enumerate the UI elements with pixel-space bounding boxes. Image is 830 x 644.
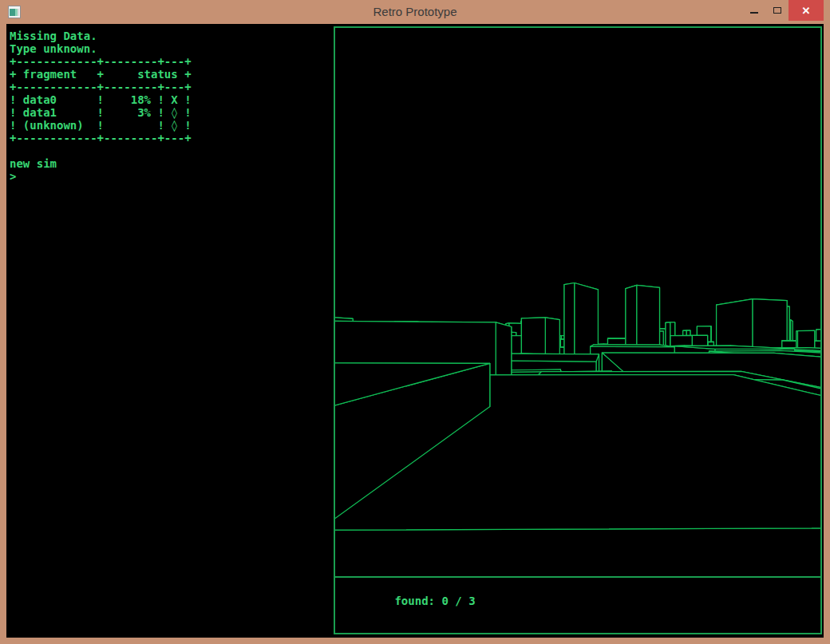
new-sim-label: new sim — [10, 157, 192, 170]
app-window: Retro Prototype ✕ Missing Data. Type unk… — [0, 0, 830, 644]
fragment-table-row-unknown: ! (unknown) ! ! ◊ ! — [10, 119, 192, 132]
fragment-table-border-bottom: +------------+--------+---+ — [10, 132, 192, 144]
fragment-table-row-data1: ! data1 ! 3% ! ◊ ! — [10, 106, 192, 119]
terminal-line-type-unknown: Type unknown. — [10, 42, 192, 55]
terminal-output: Missing Data. Type unknown. +-----------… — [10, 30, 192, 183]
status-bar: found: 0 / 3 — [335, 576, 820, 633]
scene-area[interactable] — [335, 28, 820, 576]
command-prompt[interactable]: > — [10, 170, 192, 183]
minimize-icon — [750, 12, 758, 14]
close-button[interactable]: ✕ — [788, 0, 824, 21]
fragment-table-row-data0: ! data0 ! 18% ! X ! — [10, 93, 192, 106]
wireframe-scene[interactable] — [335, 28, 820, 576]
terminal-line-missing-data: Missing Data. — [10, 30, 192, 42]
window-title: Retro Prototype — [0, 0, 830, 24]
viewport-panel: found: 0 / 3 — [334, 26, 822, 634]
minimize-button[interactable] — [742, 0, 765, 21]
maximize-icon — [773, 7, 781, 14]
fragment-table-border-top: +------------+--------+---+ — [10, 55, 192, 68]
app-content: Missing Data. Type unknown. +-----------… — [6, 24, 824, 638]
titlebar: Retro Prototype ✕ — [0, 0, 830, 24]
fragment-table-border-mid: +------------+--------+---+ — [10, 81, 192, 93]
maximize-button[interactable] — [765, 0, 788, 21]
close-icon: ✕ — [802, 5, 811, 17]
found-counter: found: 0 / 3 — [394, 595, 475, 607]
terminal-blank-line — [10, 144, 192, 157]
fragment-table-header: + fragment + status + — [10, 68, 192, 81]
